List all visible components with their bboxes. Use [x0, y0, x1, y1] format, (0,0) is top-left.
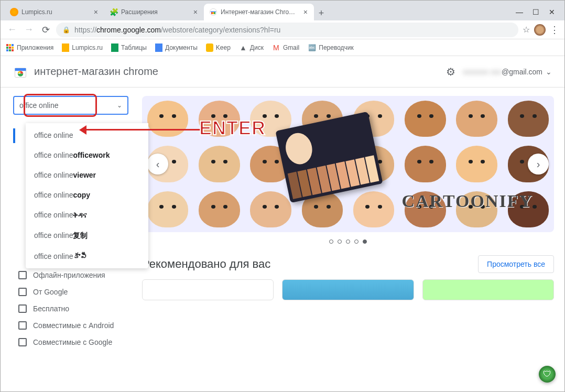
checkbox-icon[interactable] — [18, 288, 27, 296]
close-window-button[interactable]: ✕ — [549, 8, 555, 16]
suggestion-item[interactable]: office online复制 — [26, 225, 148, 246]
view-all-button[interactable]: Просмотреть все — [478, 255, 554, 273]
bookmark-label: Lumpics.ru — [72, 44, 103, 51]
bookmark-label: Приложения — [17, 44, 53, 51]
carousel-dot[interactable] — [329, 239, 333, 244]
bookmark-translate[interactable]: 🔤Переводчик — [308, 43, 354, 52]
close-icon[interactable]: × — [192, 8, 199, 16]
extension-card[interactable] — [142, 279, 274, 300]
bookmark-star-icon[interactable]: ☆ — [523, 25, 530, 35]
search-box[interactable]: ⌄ — [13, 96, 128, 115]
maximize-button[interactable]: ☐ — [533, 8, 539, 16]
filter-label: От Google — [33, 288, 68, 296]
bookmark-sheets[interactable]: Таблицы — [111, 43, 147, 52]
tab-label: Интернет-магазин Chrome - Рас — [221, 8, 299, 16]
apps-shortcut[interactable]: Приложения — [6, 43, 53, 52]
bookmark-docs[interactable]: Документы — [155, 43, 198, 52]
menu-icon[interactable]: ⋮ — [550, 24, 559, 36]
extension-card[interactable] — [282, 279, 414, 300]
carousel-prev-button[interactable]: ‹ — [147, 154, 168, 175]
bookmark-label: Gmail — [283, 44, 299, 51]
forward-button[interactable]: → — [23, 24, 35, 36]
adguard-badge-icon[interactable]: 🛡 — [539, 366, 556, 383]
search-suggestions: office online office onlineofficework of… — [26, 123, 148, 268]
bookmark-lumpics[interactable]: Lumpics.ru — [62, 43, 103, 52]
filter-list: Офлайн-приложения От Google Бесплатно Со… — [1, 267, 142, 351]
reload-button[interactable]: ⟳ — [39, 24, 52, 36]
tab-webstore[interactable]: Интернет-магазин Chrome - Рас × — [204, 4, 314, 20]
carousel-dot[interactable] — [346, 239, 350, 244]
extension-card[interactable] — [422, 279, 554, 300]
close-icon[interactable]: × — [302, 8, 309, 16]
suggestion-item[interactable]: office onlineofficework — [26, 145, 148, 165]
suggestion-item[interactable]: office online — [26, 125, 148, 145]
suggestion-item[interactable]: office onlinecopy — [26, 185, 148, 205]
account-email[interactable]: xxxxxxx xxx@gmail.com⌄ — [463, 68, 552, 76]
filter-offline[interactable]: Офлайн-приложения — [18, 267, 142, 284]
translate-icon: 🔤 — [308, 43, 316, 52]
featured-carousel[interactable]: CARTOONIFY ‹ › — [142, 96, 554, 232]
carousel-next-button[interactable]: › — [528, 154, 549, 175]
tab-label: Расширения — [121, 8, 189, 16]
carousel-dot-active[interactable] — [363, 239, 367, 244]
bookmark-keep[interactable]: Keep — [206, 43, 231, 52]
carousel-dot[interactable] — [354, 239, 358, 244]
bookmark-drive[interactable]: ▲Диск — [239, 43, 264, 52]
doc-icon — [62, 43, 69, 52]
filter-by-google[interactable]: От Google — [18, 284, 142, 300]
checkbox-icon[interactable] — [18, 271, 27, 279]
tab-label: Lumpics.ru — [21, 8, 90, 16]
carousel-dot[interactable] — [338, 239, 342, 244]
suggestion-item[interactable]: office onlineకాపీ — [26, 246, 148, 266]
checkbox-icon[interactable] — [18, 338, 27, 346]
chevron-down-icon: ⌄ — [546, 68, 552, 76]
filter-android[interactable]: Совместимые с Android — [18, 317, 142, 334]
gear-icon[interactable]: ⚙ — [446, 66, 455, 78]
svg-rect-4 — [6, 47, 8, 49]
checkbox-icon[interactable] — [18, 321, 27, 330]
tab-extensions[interactable]: 🧩 Расширения × — [104, 4, 204, 20]
filter-free[interactable]: Бесплатно — [18, 300, 142, 317]
filter-label: Совместимые с Google — [33, 338, 112, 346]
new-tab-button[interactable]: + — [314, 6, 329, 20]
sheets-icon — [111, 43, 118, 52]
sidebar: ⌄ office online office onlineofficework … — [1, 88, 142, 391]
omnibox[interactable]: 🔒 https://chrome.google.com/webstore/cat… — [56, 23, 518, 37]
address-bar: ← → ⟳ 🔒 https://chrome.google.com/websto… — [1, 20, 564, 39]
tab-strip: Lumpics.ru × 🧩 Расширения × Интернет-маг… — [5, 1, 510, 20]
bookmark-label: Документы — [165, 44, 198, 51]
svg-rect-2 — [9, 44, 11, 46]
svg-rect-11 — [15, 68, 26, 71]
annotation-enter-label: ENTER — [199, 117, 266, 139]
svg-rect-9 — [12, 49, 14, 51]
gmail-icon: M — [272, 43, 280, 52]
bookmark-gmail[interactable]: MGmail — [272, 43, 299, 52]
svg-rect-6 — [12, 47, 14, 49]
profile-avatar[interactable] — [534, 24, 546, 36]
back-button[interactable]: ← — [6, 24, 18, 36]
svg-rect-7 — [6, 49, 8, 51]
browser-window: Lumpics.ru × 🧩 Расширения × Интернет-маг… — [0, 0, 565, 392]
tab-lumpics[interactable]: Lumpics.ru × — [5, 4, 104, 20]
filter-google-compat[interactable]: Совместимые с Google — [18, 334, 142, 351]
bookmark-label: Keep — [216, 44, 231, 51]
bookmarks-bar: Приложения Lumpics.ru Таблицы Документы … — [1, 39, 564, 56]
bookmark-label: Таблицы — [121, 44, 147, 51]
search-input[interactable] — [19, 101, 114, 110]
store-header: интернет-магазин chrome ⚙ xxxxxxx xxx@gm… — [1, 56, 564, 88]
favicon-lumpics-icon — [10, 8, 18, 16]
checkbox-icon[interactable] — [18, 304, 27, 313]
svg-rect-8 — [9, 49, 11, 51]
minimize-button[interactable]: — — [516, 8, 523, 16]
suggestion-item[interactable]: office onlineviewer — [26, 165, 148, 185]
titlebar: Lumpics.ru × 🧩 Расширения × Интернет-маг… — [1, 1, 564, 20]
chevron-down-icon[interactable]: ⌄ — [117, 102, 122, 109]
section-title: Рекомендовано для вас — [142, 257, 270, 271]
suggestion-item[interactable]: office onlineቅዳና — [26, 205, 148, 225]
close-icon[interactable]: × — [93, 8, 99, 16]
banner-title: CARTOONIFY — [401, 191, 533, 211]
drive-icon: ▲ — [239, 43, 247, 52]
url-text: https://chrome.google.com/webstore/categ… — [74, 26, 280, 34]
keep-icon — [206, 43, 213, 52]
window-controls: — ☐ ✕ — [510, 8, 560, 20]
